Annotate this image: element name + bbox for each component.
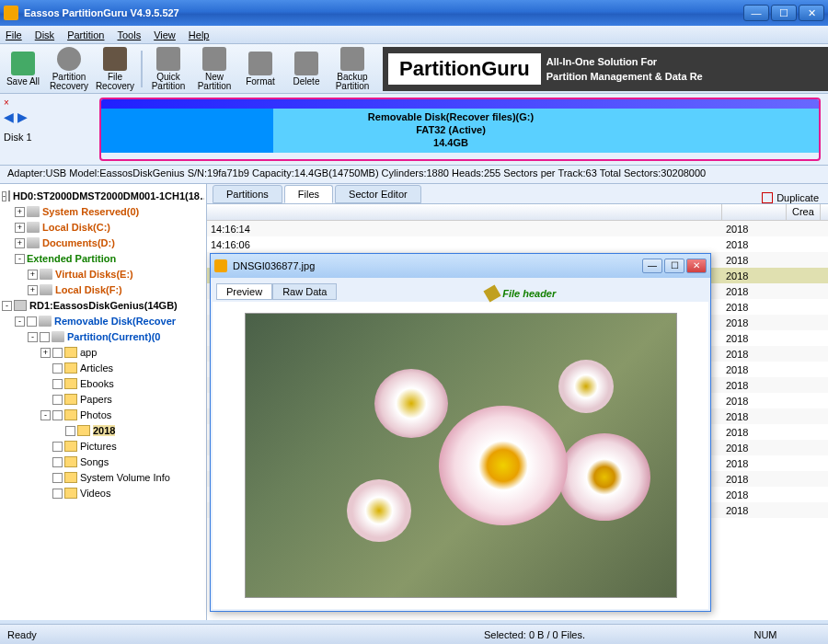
dialog-filename: DNSGI036877.jpg bbox=[233, 260, 640, 271]
minimize-button[interactable]: — bbox=[743, 5, 769, 21]
window-titlebar: Eassos PartitionGuru V4.9.5.527 — ☐ ✕ bbox=[0, 0, 828, 26]
dialog-close-button[interactable]: ✕ bbox=[686, 259, 707, 273]
new-partition-button[interactable]: New Partition bbox=[191, 46, 237, 92]
checkbox[interactable] bbox=[52, 379, 63, 389]
checkbox[interactable] bbox=[40, 332, 50, 342]
partition-recovery-button[interactable]: Partition Recovery bbox=[46, 46, 92, 92]
expand-icon[interactable]: + bbox=[15, 223, 25, 233]
menu-bar: File Disk Partition Tools View Help bbox=[0, 26, 828, 44]
preview-dialog: DNSGI036877.jpg — ☐ ✕ Preview Raw Data F… bbox=[210, 253, 711, 612]
delete-icon bbox=[294, 52, 318, 75]
checkbox[interactable] bbox=[52, 473, 63, 483]
checkbox[interactable] bbox=[52, 363, 63, 374]
partition-bar-labels: Removable Disk(Recover files)(G:) FAT32 … bbox=[92, 110, 810, 149]
toolbar: Save All Partition Recovery File Recover… bbox=[0, 44, 828, 94]
expand-icon[interactable]: - bbox=[2, 301, 12, 311]
menu-help[interactable]: Help bbox=[189, 29, 210, 40]
close-button[interactable]: ✕ bbox=[799, 5, 824, 21]
dialog-minimize-button[interactable]: — bbox=[642, 259, 662, 273]
tree-local-f[interactable]: +Local Disk(F:) bbox=[2, 282, 204, 297]
expand-icon[interactable]: + bbox=[15, 207, 25, 217]
expand-icon[interactable]: - bbox=[2, 191, 6, 201]
save-all-button[interactable]: Save All bbox=[0, 46, 46, 92]
tab-partitions[interactable]: Partitions bbox=[213, 185, 282, 203]
tree-local-c[interactable]: +Local Disk(C:) bbox=[2, 220, 204, 235]
quick-partition-button[interactable]: Quick Partition bbox=[145, 46, 191, 92]
checkbox[interactable] bbox=[52, 442, 63, 452]
folder-icon bbox=[64, 347, 77, 358]
file-row[interactable]: 14:16:142018 bbox=[207, 221, 828, 236]
folder-icon bbox=[64, 441, 77, 452]
dialog-body bbox=[213, 302, 708, 609]
tree-folder-ebooks[interactable]: Ebooks bbox=[2, 376, 204, 391]
dialog-titlebar[interactable]: DNSGI036877.jpg — ☐ ✕ bbox=[211, 254, 710, 278]
dialog-logo-icon bbox=[214, 259, 227, 272]
folder-icon bbox=[64, 378, 77, 389]
tree-folder-2018[interactable]: 2018 bbox=[2, 423, 204, 438]
tree-folder-papers[interactable]: Papers bbox=[2, 392, 204, 407]
tree-rd1[interactable]: -RD1:EassosDiskGenius(14GB) bbox=[2, 298, 204, 313]
folder-icon bbox=[64, 488, 77, 499]
format-button[interactable]: Format bbox=[237, 46, 283, 92]
menu-view[interactable]: View bbox=[154, 29, 176, 40]
tree-hd0[interactable]: -HD0:ST2000DMST2000DM001-1CH1(18… bbox=[2, 189, 204, 203]
adapter-info: Adapter:USB Model:EassosDiskGenius S/N:1… bbox=[0, 166, 828, 184]
quick-partition-icon bbox=[156, 47, 180, 71]
menu-partition[interactable]: Partition bbox=[67, 29, 104, 40]
tree-virtual-e[interactable]: +Virtual Disks(E:) bbox=[2, 267, 204, 282]
tree-folder-articles[interactable]: Articles bbox=[2, 361, 204, 375]
expand-icon[interactable]: - bbox=[28, 332, 38, 342]
checkbox[interactable] bbox=[52, 410, 63, 420]
dialog-tabs: Preview Raw Data File header bbox=[211, 278, 710, 300]
checkbox[interactable] bbox=[27, 316, 37, 327]
duplicate-checkbox[interactable]: Duplicate bbox=[762, 192, 819, 203]
tree-sys-reserved[interactable]: +System Reserved(0) bbox=[2, 204, 204, 219]
expand-icon[interactable]: - bbox=[40, 410, 51, 420]
tree-documents-d[interactable]: +Documents(D:) bbox=[2, 236, 204, 250]
tree-extended[interactable]: -Extended Partition bbox=[2, 251, 204, 266]
menu-file[interactable]: File bbox=[6, 29, 22, 40]
file-row[interactable]: 14:16:062018 bbox=[207, 236, 828, 252]
checkbox[interactable] bbox=[52, 348, 63, 358]
dialog-tab-preview[interactable]: Preview bbox=[216, 283, 272, 300]
expand-icon[interactable]: + bbox=[15, 238, 25, 248]
checkbox[interactable] bbox=[52, 395, 63, 405]
expand-icon[interactable]: + bbox=[40, 348, 51, 358]
tree-removable[interactable]: -Removable Disk(Recover bbox=[2, 314, 204, 328]
dialog-maximize-button[interactable]: ☐ bbox=[664, 259, 684, 273]
delete-button[interactable]: Delete bbox=[283, 46, 329, 92]
tree-folder-videos[interactable]: Videos bbox=[2, 486, 204, 500]
tree-folder-songs[interactable]: Songs bbox=[2, 454, 204, 469]
checkbox[interactable] bbox=[52, 489, 63, 499]
tree-folder-photos[interactable]: -Photos bbox=[2, 408, 204, 422]
folder-icon bbox=[64, 472, 77, 483]
dialog-tab-raw[interactable]: Raw Data bbox=[272, 283, 337, 300]
checkbox[interactable] bbox=[52, 457, 63, 467]
maximize-button[interactable]: ☐ bbox=[771, 5, 797, 21]
file-recovery-button[interactable]: File Recovery bbox=[92, 46, 138, 92]
tab-files[interactable]: Files bbox=[284, 185, 333, 203]
expand-icon[interactable]: - bbox=[15, 254, 25, 264]
menu-tools[interactable]: Tools bbox=[117, 29, 141, 40]
tab-sector-editor[interactable]: Sector Editor bbox=[335, 185, 421, 203]
disk-panel-close[interactable]: × bbox=[4, 98, 88, 108]
tree-folder-svi[interactable]: System Volume Info bbox=[2, 470, 204, 485]
checkbox[interactable] bbox=[65, 426, 75, 436]
volume-icon bbox=[27, 206, 40, 217]
disk-label: Disk 1 bbox=[4, 132, 88, 143]
new-partition-icon bbox=[202, 47, 226, 71]
window-title: Eassos PartitionGuru V4.9.5.527 bbox=[24, 7, 742, 18]
expand-icon[interactable]: + bbox=[28, 285, 38, 295]
tree-folder-app[interactable]: +app bbox=[2, 345, 204, 360]
backup-partition-button[interactable]: Backup Partition bbox=[329, 46, 375, 92]
disk-nav-arrows[interactable]: ◀ ▶ bbox=[4, 109, 88, 124]
expand-icon[interactable]: - bbox=[15, 316, 25, 327]
tree-folder-pictures[interactable]: Pictures bbox=[2, 439, 204, 454]
file-recovery-icon bbox=[103, 47, 127, 71]
expand-icon[interactable]: + bbox=[28, 270, 38, 280]
banner-brand: PartitionGuru bbox=[388, 53, 541, 85]
folder-icon bbox=[77, 425, 90, 436]
menu-disk[interactable]: Disk bbox=[35, 29, 54, 40]
disk-tree: -HD0:ST2000DMST2000DM001-1CH1(18… +Syste… bbox=[0, 184, 207, 620]
tree-partition-current[interactable]: -Partition(Current)(0 bbox=[2, 329, 204, 344]
